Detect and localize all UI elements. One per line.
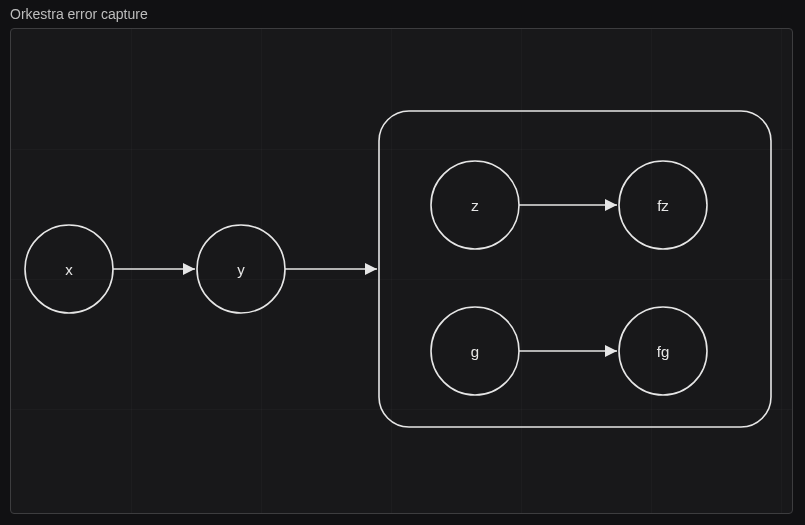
- node-z: z: [431, 161, 519, 249]
- node-x: x: [25, 225, 113, 313]
- node-label-fg: fg: [657, 343, 670, 360]
- node-fg: fg: [619, 307, 707, 395]
- node-y: y: [197, 225, 285, 313]
- node-fz: fz: [619, 161, 707, 249]
- diagram-canvas: x y z fz g fg: [10, 28, 793, 514]
- node-g: g: [431, 307, 519, 395]
- node-label-z: z: [471, 197, 479, 214]
- diagram-svg: x y z fz g fg: [11, 29, 792, 513]
- panel-title: Orkestra error capture: [10, 6, 148, 22]
- node-label-fz: fz: [657, 197, 669, 214]
- branch-group: [379, 111, 771, 427]
- node-label-g: g: [471, 343, 479, 360]
- node-label-y: y: [237, 261, 245, 278]
- node-label-x: x: [65, 261, 73, 278]
